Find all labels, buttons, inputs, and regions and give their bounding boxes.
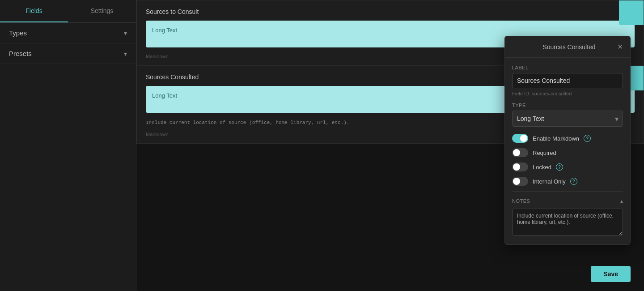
toggle-label-enable-markdown: Enable Markdown <box>533 135 579 142</box>
field-preview-text-2: Long Text <box>152 92 177 99</box>
field-title-sources-to-consult: Sources to Consult <box>146 8 199 15</box>
toggle-internal-only[interactable] <box>512 177 528 186</box>
field-id-text: Field ID: sources-consulted <box>512 91 623 96</box>
type-select-wrapper: Long Text Short Text Number Boolean Date… <box>512 111 623 127</box>
panel-header: Sources Consulted ✕ <box>505 36 630 58</box>
field-card-header-1: Sources to Consult ••• <box>137 0 644 21</box>
panel-close-icon[interactable]: ✕ <box>617 43 623 51</box>
types-chevron-icon: ▾ <box>124 30 127 37</box>
panel-body: Label Field ID: sources-consulted Type L… <box>505 58 630 244</box>
toggle-label-locked: Locked <box>533 164 551 171</box>
save-button[interactable]: Save <box>591 266 631 282</box>
presets-chevron-icon: ▾ <box>124 50 127 57</box>
toggle-required[interactable] <box>512 148 528 157</box>
notes-label: Notes <box>512 198 530 204</box>
notes-chevron-icon[interactable]: ▴ <box>620 198 623 204</box>
main-content: ✕ Sources to Consult ••• Long Text Markd… <box>136 0 644 291</box>
toggle-locked[interactable] <box>512 163 528 171</box>
help-icon-enable-markdown[interactable]: ? <box>584 135 591 142</box>
sidebar-section-presets[interactable]: Presets ▾ <box>0 43 136 64</box>
help-icon-locked[interactable]: ? <box>556 163 563 171</box>
sidebar: Fields Settings Types ▾ Presets ▾ <box>0 0 136 291</box>
panel-overlay: Sources Consulted ✕ Label Field ID: sour… <box>504 36 631 245</box>
toggle-enable-markdown[interactable] <box>512 134 528 143</box>
toggles-container: Enable Markdown?RequiredLocked?Internal … <box>512 134 623 186</box>
panel-title: Sources Consulted <box>521 43 617 51</box>
toggle-label-required: Required <box>533 150 556 156</box>
toggle-row-enable-markdown: Enable Markdown? <box>512 134 623 143</box>
field-preview-text-1: Long Text <box>152 27 177 34</box>
types-label: Types <box>9 29 27 37</box>
field-title-sources-consulted: Sources Consulted <box>146 73 199 81</box>
presets-label: Presets <box>9 50 32 57</box>
toggle-row-internal-only: Internal Only? <box>512 177 623 186</box>
toggle-row-required: Required <box>512 148 623 157</box>
tab-settings[interactable]: Settings <box>68 0 136 22</box>
toggle-row-locked: Locked? <box>512 163 623 171</box>
tab-fields[interactable]: Fields <box>0 0 68 22</box>
sidebar-section-types[interactable]: Types ▾ <box>0 23 136 43</box>
notes-header: Notes ▴ <box>512 198 623 204</box>
sidebar-tabs: Fields Settings <box>0 0 136 23</box>
notes-textarea[interactable] <box>512 209 623 235</box>
toggle-label-internal-only: Internal Only <box>533 178 566 185</box>
label-field-label: Label <box>512 65 623 70</box>
label-input[interactable] <box>512 73 623 88</box>
type-select[interactable]: Long Text Short Text Number Boolean Date <box>512 111 623 127</box>
teal-accent-box-1 <box>619 0 644 25</box>
help-icon-internal-only[interactable]: ? <box>570 178 577 185</box>
notes-section: Notes ▴ <box>512 191 623 237</box>
type-field-label: Type <box>512 103 623 108</box>
